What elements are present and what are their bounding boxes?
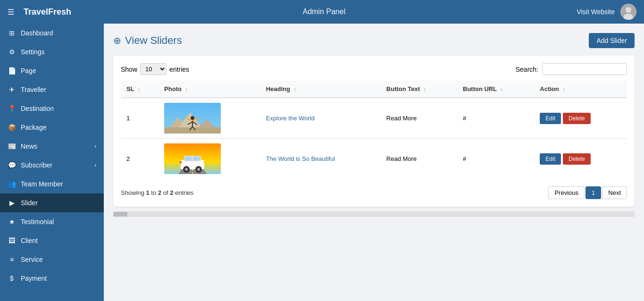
sidebar-item-testimonial[interactable]: ★ Testimonial [0, 212, 104, 231]
cell-button-text: Read More [381, 98, 457, 139]
sidebar-label-destination: Destination [21, 105, 54, 112]
package-icon: 📦 [8, 124, 16, 131]
sidebar-item-payment[interactable]: $ Payment [0, 269, 104, 288]
cell-button-url: # [457, 139, 534, 179]
sidebar-item-package[interactable]: 📦 Package [0, 118, 104, 137]
sidebar-item-slider[interactable]: ▶ Slider [0, 193, 104, 212]
sidebar-item-dashboard[interactable]: ⊞ Dashboard [0, 24, 104, 42]
svg-rect-7 [164, 127, 221, 134]
sidebar-label-payment: Payment [21, 275, 47, 282]
cell-action: EditDelete [534, 98, 627, 139]
pagination: Previous 1 Next [548, 186, 627, 199]
traveller-icon: ✈ [8, 86, 16, 93]
next-button[interactable]: Next [602, 186, 627, 199]
sidebar-label-page: Page [21, 67, 36, 75]
col-photo: Photo ↕ [159, 81, 260, 98]
sidebar: ⊞ Dashboard ⚙ Settings 📄 Page ✈ Travelle… [0, 24, 104, 301]
view-sliders-icon: ⊕ [113, 35, 121, 46]
table-head: SL ↕ Photo ↕ Heading ↕ Button Text ↕ But… [121, 81, 627, 98]
edit-button[interactable]: Edit [540, 113, 561, 124]
show-label: Show [121, 66, 137, 73]
testimonial-icon: ★ [8, 218, 16, 226]
topbar: ☰ TravelFresh Admin Panel Visit Website [0, 0, 644, 24]
sidebar-item-team-member[interactable]: 👥 Team Member [0, 175, 104, 193]
sidebar-item-news[interactable]: 📰 News › [0, 137, 104, 156]
heading-link[interactable]: The World is So Beautiful [266, 155, 335, 162]
cell-button-url: # [457, 98, 534, 139]
cell-photo [159, 98, 260, 139]
service-icon: ≡ [8, 256, 16, 263]
page-title: ⊕ View Sliders [113, 34, 182, 47]
sidebar-item-page[interactable]: 📄 Page [0, 61, 104, 80]
heading-link[interactable]: Explore the World [266, 115, 315, 122]
svg-rect-28 [180, 161, 182, 163]
sidebar-item-client[interactable]: 🖼 Client [0, 231, 104, 250]
scrollbar-thumb [113, 212, 127, 217]
svg-point-24 [185, 168, 188, 171]
page-header: ⊕ View Sliders Add Slider [113, 33, 635, 48]
cell-button-text: Read More [381, 139, 457, 179]
prev-button[interactable]: Previous [548, 186, 585, 199]
sidebar-item-service[interactable]: ≡ Service [0, 250, 104, 269]
delete-button[interactable]: Delete [563, 153, 591, 165]
cell-heading: The World is So Beautiful [260, 139, 381, 179]
delete-button[interactable]: Delete [563, 113, 591, 124]
dashboard-icon: ⊞ [8, 29, 16, 37]
col-heading: Heading ↕ [260, 81, 381, 98]
main-content: ⊕ View Sliders Add Slider Show 10 25 50 … [104, 24, 644, 301]
table-row: 1 [121, 98, 627, 139]
add-slider-button[interactable]: Add Slider [589, 33, 635, 48]
topbar-right: Visit Website [577, 4, 636, 20]
svg-point-26 [197, 168, 200, 171]
layout: ⊞ Dashboard ⚙ Settings 📄 Page ✈ Travelle… [0, 24, 644, 301]
svg-rect-21 [185, 157, 192, 160]
sidebar-item-subscriber[interactable]: 💬 Subscriber › [0, 156, 104, 175]
sidebar-label-traveller: Traveller [21, 86, 46, 93]
avatar[interactable] [620, 4, 636, 20]
search-box: Search: [516, 63, 627, 75]
col-button-text: Button Text ↕ [381, 81, 457, 98]
team-icon: 👥 [8, 180, 16, 188]
sidebar-item-traveller[interactable]: ✈ Traveller [0, 80, 104, 99]
horizontal-scrollbar[interactable] [113, 211, 635, 217]
payment-icon: $ [8, 275, 16, 282]
sidebar-label-testimonial: Testimonial [21, 218, 54, 226]
subscriber-icon: 💬 [8, 161, 16, 169]
news-icon: 📰 [8, 142, 16, 150]
sidebar-label-news: News [21, 142, 37, 150]
sidebar-label-service: Service [21, 256, 43, 263]
visit-website-link[interactable]: Visit Website [577, 8, 615, 16]
sidebar-label-team-member: Team Member [21, 180, 63, 188]
cell-action: EditDelete [534, 139, 627, 179]
cell-heading: Explore the World [260, 98, 381, 139]
page-icon: 📄 [8, 67, 16, 75]
arrow-icon: › [94, 143, 96, 150]
showing-from: 1 [146, 189, 149, 196]
svg-rect-22 [193, 157, 200, 160]
panel-title: Admin Panel [302, 8, 345, 16]
entries-select[interactable]: 10 25 50 100 [140, 63, 167, 75]
search-input[interactable] [542, 63, 627, 75]
table-header-row: SL ↕ Photo ↕ Heading ↕ Button Text ↕ But… [121, 81, 627, 98]
edit-button[interactable]: Edit [540, 153, 561, 165]
sidebar-label-package: Package [21, 124, 46, 131]
table-body: 1 [121, 98, 627, 179]
sidebar-item-destination[interactable]: 📍 Destination [0, 99, 104, 118]
show-entries: Show 10 25 50 100 entries [121, 63, 189, 75]
menu-icon[interactable]: ☰ [8, 8, 14, 17]
slider-photo-1 [164, 103, 221, 134]
brand-logo: TravelFresh [24, 7, 71, 17]
sidebar-item-settings[interactable]: ⚙ Settings [0, 42, 104, 61]
entries-label: entries [169, 66, 189, 73]
svg-point-8 [191, 116, 194, 120]
col-sl: SL ↕ [121, 81, 159, 98]
svg-point-1 [626, 7, 631, 13]
showing-of: 2 [170, 189, 173, 196]
page-1-button[interactable]: 1 [585, 186, 601, 199]
slider-photo-2 [164, 143, 221, 174]
sidebar-label-dashboard: Dashboard [21, 29, 53, 37]
search-label: Search: [516, 66, 538, 73]
destination-icon: 📍 [8, 105, 16, 112]
sidebar-label-settings: Settings [21, 48, 45, 56]
sidebar-label-client: Client [21, 237, 38, 244]
